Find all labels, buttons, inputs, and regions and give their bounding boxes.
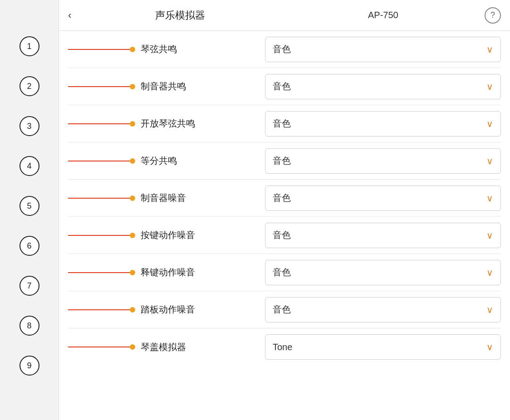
setting-row-3: 开放琴弦共鸣 音色 ∨ xyxy=(68,105,501,142)
setting-row-2: 制音器共鸣 音色 ∨ xyxy=(68,68,501,105)
numbered-item-9: 9 xyxy=(20,356,39,376)
row-label-9: 琴盖模拟器 xyxy=(141,341,265,353)
row-dropdown-4[interactable]: 音色 ∨ xyxy=(265,148,501,174)
row-label-1: 琴弦共鸣 xyxy=(141,43,265,55)
row-label-7: 释键动作噪音 xyxy=(141,266,265,278)
connector-line-3 xyxy=(68,123,130,124)
dropdown-value-1: 音色 xyxy=(273,43,291,55)
row-connector-1 xyxy=(68,47,141,52)
orange-dot-2 xyxy=(130,84,135,89)
dropdown-arrow-2: ∨ xyxy=(486,81,493,92)
dropdown-value-7: 音色 xyxy=(273,266,291,278)
setting-row-4: 等分共鸣 音色 ∨ xyxy=(68,142,501,180)
numbered-item-3: 3 xyxy=(20,116,39,136)
header-group: 声乐模拟器 AP-750 xyxy=(78,9,485,22)
header-title: 声乐模拟器 xyxy=(78,9,281,22)
connector-line-9 xyxy=(68,347,130,347)
dropdown-arrow-3: ∨ xyxy=(486,118,493,129)
connector-line-1 xyxy=(68,49,130,50)
dropdown-value-5: 音色 xyxy=(273,192,291,204)
numbered-item-6: 6 xyxy=(20,236,39,256)
dropdown-arrow-1: ∨ xyxy=(486,44,493,55)
dropdown-value-6: 音色 xyxy=(273,229,291,241)
main-content: ‹ 声乐模拟器 AP-750 ? 琴弦共鸣 音色 ∨ 制音器共鸣 xyxy=(59,0,510,420)
row-dropdown-5[interactable]: 音色 ∨ xyxy=(265,186,501,211)
connector-line-7 xyxy=(68,272,130,273)
row-label-3: 开放琴弦共鸣 xyxy=(141,117,265,130)
row-dropdown-9[interactable]: Tone ∨ xyxy=(265,334,501,360)
back-button[interactable]: ‹ xyxy=(68,10,71,21)
row-dropdown-6[interactable]: 音色 ∨ xyxy=(265,223,501,248)
row-connector-4 xyxy=(68,158,141,164)
connector-line-8 xyxy=(68,309,130,310)
row-label-5: 制音器噪音 xyxy=(141,192,265,204)
dropdown-value-8: 音色 xyxy=(273,303,291,316)
row-dropdown-7[interactable]: 音色 ∨ xyxy=(265,260,501,285)
connector-line-5 xyxy=(68,198,130,199)
row-connector-8 xyxy=(68,307,141,313)
row-label-4: 等分共鸣 xyxy=(141,155,265,167)
dropdown-value-2: 音色 xyxy=(273,80,291,93)
row-label-2: 制音器共鸣 xyxy=(141,80,265,93)
dropdown-value-4: 音色 xyxy=(273,155,291,167)
connector-line-4 xyxy=(68,161,130,161)
row-connector-9 xyxy=(68,344,141,350)
header-device: AP-750 xyxy=(282,10,485,20)
setting-row-8: 踏板动作噪音 音色 ∨ xyxy=(68,291,501,328)
setting-row-1: 琴弦共鸣 音色 ∨ xyxy=(68,31,501,68)
row-label-6: 按键动作噪音 xyxy=(141,229,265,241)
header: ‹ 声乐模拟器 AP-750 ? xyxy=(59,0,510,31)
row-dropdown-2[interactable]: 音色 ∨ xyxy=(265,74,501,99)
left-sidebar: 123456789 xyxy=(0,0,59,420)
dropdown-arrow-9: ∨ xyxy=(486,342,493,352)
connector-line-2 xyxy=(68,86,130,87)
numbered-items-list: 123456789 xyxy=(0,36,59,396)
row-connector-5 xyxy=(68,195,141,201)
dropdown-arrow-8: ∨ xyxy=(486,304,493,315)
app-container: 123456789 ‹ 声乐模拟器 AP-750 ? 琴弦共鸣 音色 ∨ xyxy=(0,0,510,420)
setting-row-9: 琴盖模拟器 Tone ∨ xyxy=(68,328,501,366)
rows-container: 琴弦共鸣 音色 ∨ 制音器共鸣 音色 ∨ 开放琴弦共鸣 音色 xyxy=(59,31,510,420)
dropdown-arrow-7: ∨ xyxy=(486,267,493,278)
orange-dot-8 xyxy=(130,307,135,313)
numbered-item-5: 5 xyxy=(20,196,39,216)
row-dropdown-8[interactable]: 音色 ∨ xyxy=(265,297,501,322)
setting-row-6: 按键动作噪音 音色 ∨ xyxy=(68,217,501,254)
row-connector-2 xyxy=(68,84,141,89)
numbered-item-4: 4 xyxy=(20,156,39,176)
row-connector-3 xyxy=(68,121,141,127)
row-connector-6 xyxy=(68,233,141,238)
setting-row-5: 制音器噪音 音色 ∨ xyxy=(68,180,501,217)
orange-dot-6 xyxy=(130,233,135,238)
orange-dot-7 xyxy=(130,270,135,275)
dropdown-arrow-6: ∨ xyxy=(486,230,493,241)
numbered-item-8: 8 xyxy=(20,316,39,336)
orange-dot-5 xyxy=(130,195,135,201)
connector-line-6 xyxy=(68,235,130,236)
row-dropdown-1[interactable]: 音色 ∨ xyxy=(265,37,501,62)
dropdown-value-9: Tone xyxy=(273,342,292,352)
setting-row-7: 释键动作噪音 音色 ∨ xyxy=(68,254,501,291)
dropdown-value-3: 音色 xyxy=(273,117,291,130)
row-dropdown-3[interactable]: 音色 ∨ xyxy=(265,111,501,137)
dropdown-arrow-4: ∨ xyxy=(486,156,493,166)
numbered-item-7: 7 xyxy=(20,276,39,296)
numbered-item-2: 2 xyxy=(20,76,39,96)
orange-dot-9 xyxy=(130,344,135,350)
orange-dot-3 xyxy=(130,121,135,127)
help-button[interactable]: ? xyxy=(485,7,501,24)
orange-dot-4 xyxy=(130,158,135,164)
row-connector-7 xyxy=(68,270,141,275)
dropdown-arrow-5: ∨ xyxy=(486,193,493,204)
row-label-8: 踏板动作噪音 xyxy=(141,303,265,316)
numbered-item-1: 1 xyxy=(20,36,39,56)
orange-dot-1 xyxy=(130,47,135,52)
